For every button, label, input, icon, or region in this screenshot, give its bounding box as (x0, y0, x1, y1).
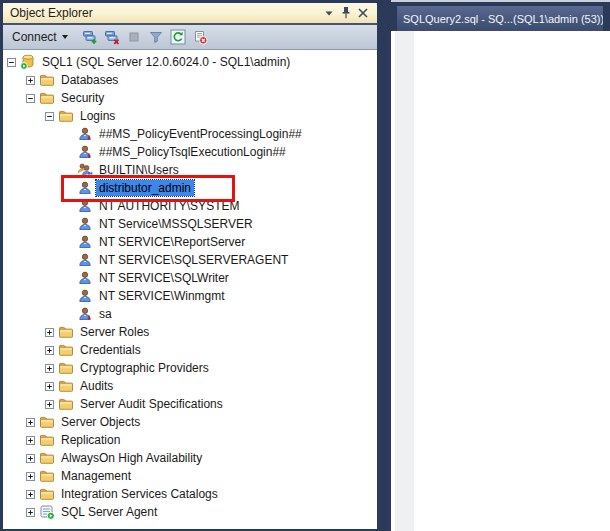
expander-plus-icon[interactable] (26, 508, 35, 517)
tree-indent (3, 350, 45, 351)
user-icon (77, 252, 93, 268)
folder-icon (39, 486, 55, 502)
tree-item-nt-service-sqlserveragent[interactable]: NT SERVICE\SQLSERVERAGENT (3, 251, 377, 269)
tree-indent (3, 476, 26, 477)
refresh-button[interactable] (170, 28, 190, 46)
tree-indent (3, 116, 45, 117)
tree-item-replication[interactable]: Replication (3, 431, 377, 449)
expander-plus-icon[interactable] (45, 400, 54, 409)
tree-item-server-objects[interactable]: Server Objects (3, 413, 377, 431)
connect-object-explorer-button[interactable] (82, 28, 102, 46)
expander-plus-icon[interactable] (26, 454, 35, 463)
expander-plus-icon[interactable] (26, 418, 35, 427)
tree-item-sql1-sql-server-12-0-6024-0-sql1-admin[interactable]: SQL1 (SQL Server 12.0.6024.0 - SQL1\admi… (3, 53, 377, 71)
tree-item-server-audit-specifications[interactable]: Server Audit Specifications (3, 395, 377, 413)
pin-icon (338, 5, 354, 21)
tree-indent (3, 278, 77, 279)
disconnect-button[interactable] (104, 28, 124, 46)
expander-plus-icon[interactable] (26, 490, 35, 499)
tree-item-credentials[interactable]: Credentials (3, 341, 377, 359)
object-explorer-panel: Object Explorer Connect SQL1 (SQL Server… (3, 3, 377, 529)
tree-item-label: NT SERVICE\ReportServer (96, 234, 248, 250)
window-position-button[interactable] (322, 5, 339, 21)
user-disabled-icon (77, 306, 93, 322)
tree-item-label: AlwaysOn High Availability (58, 450, 205, 466)
tree-item-alwayson-high-availability[interactable]: AlwaysOn High Availability (3, 449, 377, 467)
tree-item-label: ##MS_PolicyEventProcessingLogin## (96, 126, 305, 142)
users-group-icon (77, 162, 93, 178)
tree-item-label: Server Roles (77, 324, 152, 340)
tree-item-label: NT SERVICE\Winmgmt (96, 288, 228, 304)
toolbar-buttons (82, 28, 212, 46)
tree-item-builtin-users[interactable]: BUILTIN\Users (3, 161, 377, 179)
tree-item-nt-service-reportserver[interactable]: NT SERVICE\ReportServer (3, 233, 377, 251)
expander-plus-icon[interactable] (26, 436, 35, 445)
tree-item-label: Integration Services Catalogs (58, 486, 221, 502)
user-disabled-icon (77, 144, 93, 160)
panel-title: Object Explorer (10, 6, 322, 20)
folder-icon (39, 450, 55, 466)
tree-item-cryptographic-providers[interactable]: Cryptographic Providers (3, 359, 377, 377)
tree-item-databases[interactable]: Databases (3, 71, 377, 89)
tree-item-nt-service-winmgmt[interactable]: NT SERVICE\Winmgmt (3, 287, 377, 305)
tree-indent (3, 440, 26, 441)
tree-indent (3, 332, 45, 333)
expander-minus-icon[interactable] (7, 58, 16, 67)
tree-item-ms-policytsqlexecutionlogin[interactable]: ##MS_PolicyTsqlExecutionLogin## (3, 143, 377, 161)
folder-icon (58, 360, 74, 376)
tree-item-label: ##MS_PolicyTsqlExecutionLogin## (96, 144, 289, 160)
tree-item-nt-service-sqlwriter[interactable]: NT SERVICE\SQLWriter (3, 269, 377, 287)
tree-item-distributor-admin[interactable]: distributor_admin (3, 179, 377, 197)
tree-item-label: NT AUTHORITY\SYSTEM (96, 198, 242, 214)
stop-script-button[interactable] (192, 28, 212, 46)
expander-plus-icon[interactable] (45, 382, 54, 391)
tree-item-label: NT SERVICE\SQLSERVERAGENT (96, 252, 291, 268)
tree-item-server-roles[interactable]: Server Roles (3, 323, 377, 341)
object-explorer-titlebar[interactable]: Object Explorer (3, 3, 377, 25)
folder-icon (58, 396, 74, 412)
tree-indent (3, 404, 45, 405)
tree-item-integration-services-catalogs[interactable]: Integration Services Catalogs (3, 485, 377, 503)
user-icon (77, 198, 93, 214)
expander-plus-icon[interactable] (26, 76, 35, 85)
tree-item-sql-server-agent[interactable]: SQL Server Agent (3, 503, 377, 521)
filter-button[interactable] (148, 28, 168, 46)
expander-plus-icon[interactable] (45, 364, 54, 373)
tree-item-security[interactable]: Security (3, 89, 377, 107)
chevron-down-icon (321, 5, 337, 21)
expander-minus-icon[interactable] (45, 112, 54, 121)
tree-indent (3, 458, 26, 459)
stop-button[interactable] (126, 28, 146, 46)
tree-item-label: Server Audit Specifications (77, 396, 226, 412)
tree-item-audits[interactable]: Audits (3, 377, 377, 395)
expander-plus-icon[interactable] (26, 472, 35, 481)
editor-surface[interactable] (391, 31, 610, 531)
tree-indent (3, 512, 26, 513)
object-explorer-tree[interactable]: SQL1 (SQL Server 12.0.6024.0 - SQL1\admi… (3, 50, 377, 529)
tree-item-management[interactable]: Management (3, 467, 377, 485)
folder-icon (58, 324, 74, 340)
user-icon (77, 288, 93, 304)
tab-sqlquery2[interactable]: SQLQuery2.sql - SQ...(SQL1\admin (53)) (396, 5, 604, 31)
pin-button[interactable] (339, 5, 356, 21)
tree-indent (3, 206, 77, 207)
panel-splitter[interactable] (377, 0, 391, 531)
expander-plus-icon[interactable] (45, 328, 54, 337)
tree-indent (3, 296, 77, 297)
tree-item-label: Databases (58, 72, 121, 88)
user-icon (77, 234, 93, 250)
tree-item-nt-authority-system[interactable]: NT AUTHORITY\SYSTEM (3, 197, 377, 215)
tree-item-sa[interactable]: sa (3, 305, 377, 323)
tree-item-ms-policyeventprocessinglogin[interactable]: ##MS_PolicyEventProcessingLogin## (3, 125, 377, 143)
tree-item-logins[interactable]: Logins (3, 107, 377, 125)
expander-plus-icon[interactable] (45, 346, 54, 355)
connect-server-icon (82, 29, 98, 45)
tree-item-nt-service-mssqlserver[interactable]: NT Service\MSSQLSERVER (3, 215, 377, 233)
tree-indent (3, 170, 77, 171)
expander-minus-icon[interactable] (26, 94, 35, 103)
close-button[interactable] (356, 5, 373, 21)
tree-indent (3, 260, 77, 261)
connect-dropdown-button[interactable]: Connect (9, 28, 74, 46)
tab-label: SQLQuery2.sql - SQ...(SQL1\admin (53)) (403, 13, 604, 25)
tree-item-label: SQL1 (SQL Server 12.0.6024.0 - SQL1\admi… (39, 54, 293, 70)
